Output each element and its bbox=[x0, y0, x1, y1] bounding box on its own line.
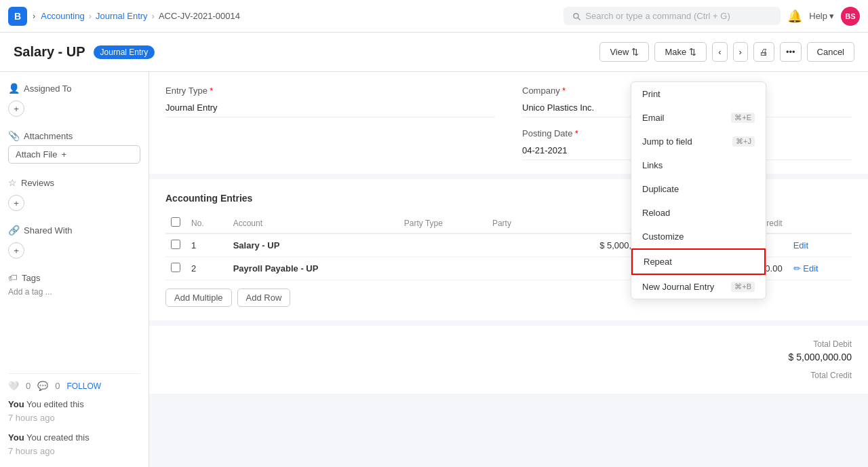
topnav-right: Search or type a command (Ctrl + G) 🔔 He… bbox=[564, 7, 860, 26]
jump-shortcut: ⌘+J bbox=[732, 136, 755, 147]
total-debit-row: Total Debit $ 5,000,000.00 bbox=[789, 339, 852, 362]
like-icon: 🤍 bbox=[8, 381, 19, 391]
app-icon[interactable]: B bbox=[8, 7, 27, 26]
row2-checkbox[interactable] bbox=[171, 263, 180, 272]
avatar[interactable]: BS bbox=[841, 7, 860, 26]
view-button[interactable]: View ⇅ bbox=[599, 42, 649, 62]
row1-party[interactable] bbox=[487, 234, 540, 257]
search-bar[interactable]: Search or type a command (Ctrl + G) bbox=[564, 7, 781, 25]
col-account: Account bbox=[228, 213, 399, 234]
reviews-section: ☆ Reviews + bbox=[8, 177, 140, 211]
menu-item-repeat[interactable]: Repeat bbox=[631, 248, 766, 275]
notifications-button[interactable]: 🔔 bbox=[787, 9, 802, 24]
topnav: B › Accounting › Journal Entry › ACC-JV-… bbox=[0, 0, 868, 33]
breadcrumb-accounting[interactable]: Accounting bbox=[41, 11, 84, 21]
select-all-checkbox[interactable] bbox=[171, 217, 180, 227]
footer-section: 🤍 0 💬 0 FOLLOW You You edited this 7 hou… bbox=[8, 373, 140, 457]
row1-checkbox[interactable] bbox=[171, 240, 180, 249]
row1-account[interactable]: Salary - UP bbox=[228, 234, 399, 257]
add-shared-button[interactable]: + bbox=[8, 242, 24, 259]
chevron-down-icon: ▾ bbox=[829, 11, 834, 21]
likes-count: 0 bbox=[26, 381, 31, 391]
required-star-date: * bbox=[575, 128, 578, 138]
tag-icon: 🏷 bbox=[8, 272, 18, 283]
activity-you-1: You bbox=[8, 399, 24, 409]
header-actions: View ⇅ Make ⇅ ‹ › 🖨 ••• Cancel bbox=[599, 42, 854, 62]
menu-item-new-journal-entry[interactable]: New Journal Entry ⌘+B bbox=[631, 275, 766, 299]
row1-edit[interactable]: Edit bbox=[788, 234, 852, 257]
menu-item-jump-to-field[interactable]: Jump to field ⌘+J bbox=[631, 130, 766, 153]
chevron-updown-icon2: ⇅ bbox=[689, 47, 696, 57]
row1-party-type[interactable] bbox=[399, 234, 487, 257]
page-header: Salary - UP Journal Entry View ⇅ Make ⇅ … bbox=[0, 33, 868, 72]
prev-button[interactable]: ‹ bbox=[712, 42, 727, 62]
entry-type-field: Entry Type * Journal Entry bbox=[165, 86, 495, 117]
tags-label: Tags bbox=[22, 273, 40, 283]
add-multiple-button[interactable]: Add Multiple bbox=[165, 288, 232, 307]
menu-item-email[interactable]: Email ⌘+E bbox=[631, 106, 766, 130]
search-icon bbox=[572, 12, 581, 21]
more-button[interactable]: ••• bbox=[780, 42, 802, 62]
entry-type-value[interactable]: Journal Entry bbox=[165, 98, 495, 117]
col-party-type: Party Type bbox=[399, 213, 487, 234]
activity-item-2: You You created this 7 hours ago bbox=[8, 431, 140, 457]
row2-no: 2 bbox=[186, 257, 228, 280]
shared-with-section: 🔗 Shared With + bbox=[8, 225, 140, 259]
total-credit-label: Total Credit bbox=[810, 371, 852, 380]
page-title: Salary - UP bbox=[14, 44, 85, 60]
comment-icon: 💬 bbox=[37, 381, 48, 391]
row1-no: 1 bbox=[186, 234, 228, 257]
menu-item-links[interactable]: Links bbox=[631, 153, 766, 177]
comments-count: 0 bbox=[55, 381, 60, 391]
next-button[interactable]: › bbox=[733, 42, 748, 62]
attachments-section: 📎 Attachments Attach File + bbox=[8, 130, 140, 164]
row2-account[interactable]: Payroll Payable - UP bbox=[228, 257, 399, 280]
attach-file-button[interactable]: Attach File + bbox=[8, 145, 140, 164]
col-actions bbox=[788, 213, 852, 234]
totals-section: Total Debit $ 5,000,000.00 Total Credit bbox=[149, 326, 868, 394]
email-shortcut: ⌘+E bbox=[731, 113, 755, 123]
col-no: No. bbox=[186, 213, 228, 234]
activity-item-1: You You edited this 7 hours ago bbox=[8, 398, 140, 424]
activity-time-2: 7 hours ago bbox=[8, 446, 55, 456]
required-star-company: * bbox=[562, 86, 566, 96]
row2-party[interactable] bbox=[487, 257, 540, 280]
make-button[interactable]: Make ⇅ bbox=[654, 42, 707, 62]
menu-item-print[interactable]: Print bbox=[631, 82, 766, 106]
total-debit-label: Total Debit bbox=[813, 339, 852, 349]
menu-item-reload[interactable]: Reload bbox=[631, 201, 766, 225]
follow-button[interactable]: FOLLOW bbox=[66, 381, 101, 391]
paperclip-icon: 📎 bbox=[8, 130, 20, 141]
user-icon: 👤 bbox=[8, 83, 20, 94]
total-credit-row: Total Credit bbox=[810, 371, 852, 380]
total-debit-value: $ 5,000,000.00 bbox=[789, 352, 852, 362]
cancel-button[interactable]: Cancel bbox=[807, 42, 854, 62]
dropdown-menu: Print Email ⌘+E Jump to field ⌘+J Links … bbox=[631, 81, 766, 299]
assigned-to-section: 👤 Assigned To + bbox=[8, 83, 140, 117]
add-row-button[interactable]: Add Row bbox=[237, 288, 291, 307]
add-tag-link[interactable]: Add a tag ... bbox=[8, 287, 140, 297]
reviews-label: Reviews bbox=[21, 178, 54, 188]
row2-party-type[interactable] bbox=[399, 257, 487, 280]
menu-item-customize[interactable]: Customize bbox=[631, 225, 766, 248]
tags-section: 🏷 Tags Add a tag ... bbox=[8, 272, 140, 297]
row2-edit[interactable]: ✏ Edit bbox=[788, 257, 852, 280]
shared-with-label: Shared With bbox=[24, 225, 73, 236]
attachments-label: Attachments bbox=[24, 131, 73, 141]
add-assigned-button[interactable]: + bbox=[8, 100, 24, 117]
new-journal-shortcut: ⌘+B bbox=[731, 282, 755, 292]
menu-item-duplicate[interactable]: Duplicate bbox=[631, 177, 766, 201]
add-review-button[interactable]: + bbox=[8, 195, 24, 211]
star-icon: ☆ bbox=[8, 177, 17, 188]
col-party: Party bbox=[487, 213, 540, 234]
breadcrumb-id: ACC-JV-2021-00014 bbox=[159, 11, 240, 21]
help-button[interactable]: Help ▾ bbox=[809, 11, 834, 21]
breadcrumb-journal-entry[interactable]: Journal Entry bbox=[96, 11, 148, 21]
plus-icon: + bbox=[61, 149, 66, 160]
sidebar: 👤 Assigned To + 📎 Attachments Attach Fil… bbox=[0, 72, 149, 467]
journal-entry-badge: Journal Entry bbox=[94, 45, 155, 59]
activity-you-2: You bbox=[8, 432, 24, 443]
breadcrumb-sep1: › bbox=[33, 11, 35, 21]
print-button[interactable]: 🖨 bbox=[753, 42, 774, 62]
activity-time-1: 7 hours ago bbox=[8, 413, 55, 423]
